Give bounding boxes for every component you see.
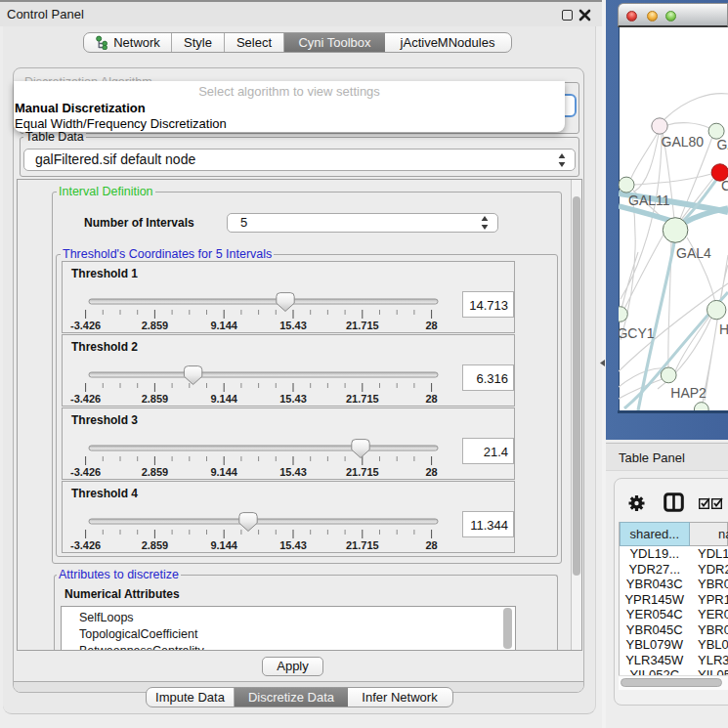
svg-text:9.144: 9.144 xyxy=(210,466,237,478)
svg-text:H: H xyxy=(719,321,728,337)
svg-text:9.144: 9.144 xyxy=(210,539,237,551)
svg-text:2.859: 2.859 xyxy=(142,539,169,551)
svg-text:15.43: 15.43 xyxy=(279,320,307,331)
svg-text:21.715: 21.715 xyxy=(346,320,379,331)
svg-text:GCY1: GCY1 xyxy=(619,325,655,341)
svg-text:-3.426: -3.426 xyxy=(70,320,101,331)
svg-text:2.859: 2.859 xyxy=(142,466,169,478)
svg-text:21.715: 21.715 xyxy=(346,539,379,551)
svg-text:2.859: 2.859 xyxy=(142,320,169,331)
svg-text:15.43: 15.43 xyxy=(279,539,307,551)
svg-text:CA: CA xyxy=(721,178,728,193)
svg-text:-3.426: -3.426 xyxy=(70,393,101,405)
svg-text:28: 28 xyxy=(425,539,437,551)
svg-text:GAL11: GAL11 xyxy=(628,193,670,208)
svg-text:21.715: 21.715 xyxy=(346,393,379,405)
svg-text:GAL4: GAL4 xyxy=(676,245,711,261)
svg-text:21.715: 21.715 xyxy=(346,466,379,478)
svg-text:GA: GA xyxy=(717,137,728,152)
svg-text:GAL80: GAL80 xyxy=(662,134,705,150)
svg-text:9.144: 9.144 xyxy=(210,320,237,331)
svg-text:15.43: 15.43 xyxy=(279,393,307,405)
svg-text:2.859: 2.859 xyxy=(142,393,169,405)
svg-text:9.144: 9.144 xyxy=(210,393,237,405)
svg-text:28: 28 xyxy=(425,320,437,331)
svg-text:28: 28 xyxy=(425,466,437,478)
svg-text:HAP2: HAP2 xyxy=(670,385,707,401)
svg-text:-3.426: -3.426 xyxy=(70,466,101,478)
svg-text:15.43: 15.43 xyxy=(279,466,307,478)
svg-text:-3.426: -3.426 xyxy=(70,539,101,551)
svg-text:28: 28 xyxy=(425,393,437,405)
